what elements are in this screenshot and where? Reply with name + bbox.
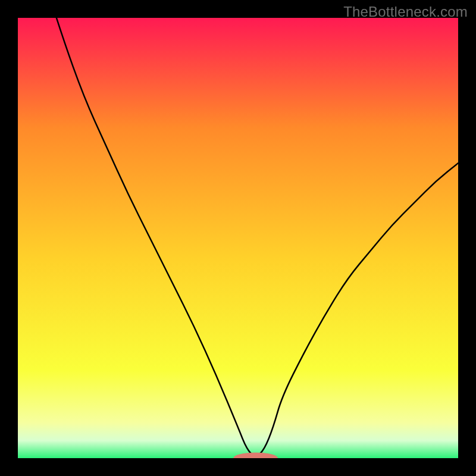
chart-container: TheBottleneck.com <box>0 0 476 476</box>
chart-background <box>18 18 458 458</box>
plot-area <box>18 18 458 458</box>
bottleneck-chart <box>18 18 458 458</box>
watermark-text: TheBottleneck.com <box>343 4 468 20</box>
